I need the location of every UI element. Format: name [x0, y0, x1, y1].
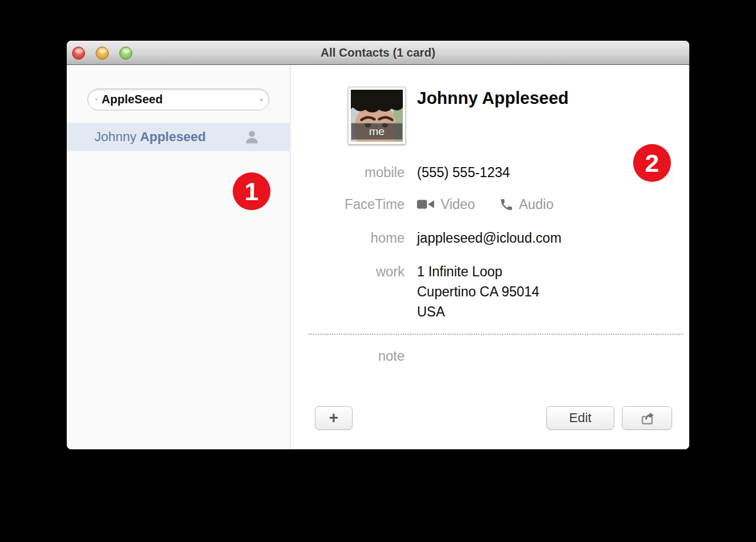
search-field[interactable]	[87, 89, 269, 110]
facetime-row: FaceTime Video Audio	[309, 197, 553, 213]
share-icon	[639, 410, 655, 426]
video-camera-icon	[417, 198, 435, 211]
edit-button[interactable]: Edit	[546, 406, 614, 430]
contact-last-name: Appleseed	[140, 129, 206, 144]
work-address-line-1: 1 Infinite Loop	[417, 262, 539, 282]
contact-list-name: Johnny Appleseed	[94, 129, 206, 145]
mobile-label: mobile	[309, 165, 405, 181]
mobile-value[interactable]: (555) 555-1234	[417, 165, 510, 181]
note-separator	[309, 334, 683, 335]
annotation-step-2: 2	[633, 144, 671, 182]
contacts-sidebar: Johnny Appleseed 1	[67, 65, 291, 449]
search-input[interactable]	[102, 93, 260, 106]
home-email-value[interactable]: jappleseed@icloud.com	[417, 230, 562, 246]
contact-photo[interactable]: me	[348, 87, 406, 145]
contact-list-item-selected[interactable]: Johnny Appleseed	[67, 123, 291, 151]
work-address-line-3: USA	[417, 302, 539, 322]
title-bar[interactable]: All Contacts (1 card)	[67, 41, 689, 65]
add-contact-button[interactable]: +	[315, 406, 353, 430]
facetime-audio-button[interactable]: Audio	[500, 197, 553, 213]
note-row: note	[309, 348, 417, 364]
annotation-step-1: 1	[233, 172, 271, 210]
search-icon	[95, 93, 97, 106]
share-button[interactable]	[622, 406, 672, 430]
work-address-value[interactable]: 1 Infinite Loop Cupertino CA 95014 USA	[417, 262, 539, 322]
contact-name: Johnny Appleseed	[417, 89, 569, 108]
contact-first-name: Johnny	[94, 129, 140, 144]
work-address-line-2: Cupertino CA 95014	[417, 282, 539, 302]
note-label: note	[309, 348, 405, 364]
mobile-row: mobile (555) 555-1234	[309, 165, 510, 181]
contact-card-pane: me Johnny Appleseed 2 mobile (555) 555-1…	[291, 65, 689, 449]
work-label: work	[309, 264, 405, 280]
facetime-video-label: Video	[441, 197, 475, 213]
contacts-window: All Contacts (1 card) Johnny Appleseed 1	[67, 41, 689, 449]
window-title: All Contacts (1 card)	[67, 41, 689, 65]
person-card-icon	[244, 129, 260, 145]
facetime-label: FaceTime	[309, 197, 405, 213]
me-badge: me	[351, 123, 403, 140]
clear-search-icon[interactable]	[260, 92, 263, 107]
home-label: home	[309, 230, 405, 246]
phone-handset-icon	[500, 198, 513, 211]
facetime-video-button[interactable]: Video	[417, 197, 475, 213]
work-address-row: work 1 Infinite Loop Cupertino CA 95014 …	[309, 262, 539, 322]
facetime-audio-label: Audio	[519, 197, 553, 213]
home-email-row: home jappleseed@icloud.com	[309, 230, 562, 246]
